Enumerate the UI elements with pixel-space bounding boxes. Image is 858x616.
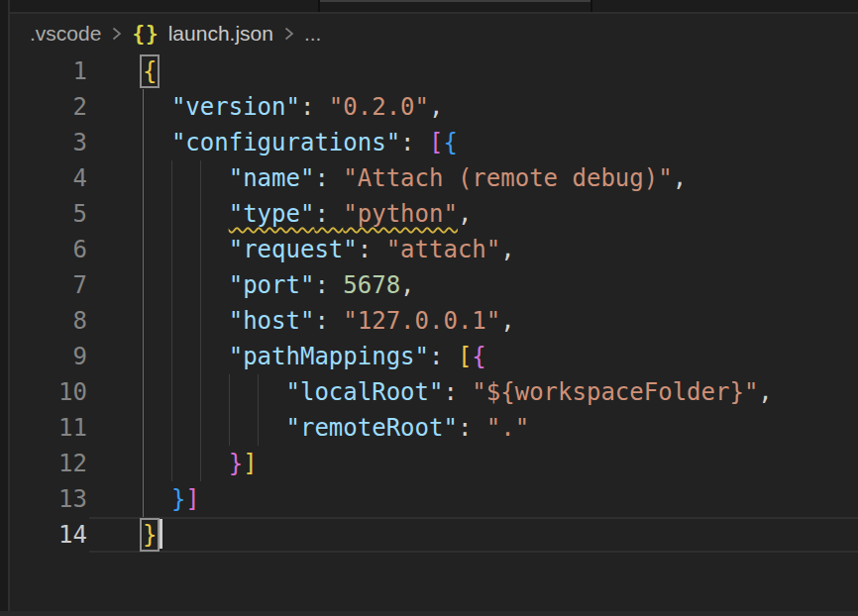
indent-guide [229,374,230,410]
code-line-1[interactable]: 1{ [10,53,858,89]
token-key: "host" [229,307,315,335]
line-content: }] [87,481,858,517]
token-punct: : [400,129,429,156]
indent-guide [143,232,144,267]
token-ind [143,307,229,335]
code-line-8[interactable]: 8 "host": "127.0.0.1", [10,303,858,339]
token-punct: : [443,378,472,406]
indent-guide [143,339,144,374]
line-content: "name": "Attach (remote debug)", [87,160,858,196]
indent-guide [200,339,201,374]
line-number[interactable]: 11 [10,410,87,446]
line-content: "host": "127.0.0.1", [87,303,858,339]
token-punct: , [400,271,414,299]
indent-guide [200,374,201,410]
indent-guide [200,267,201,303]
line-number[interactable]: 5 [10,196,87,232]
token-str: "Attach (remote debug)" [343,164,672,192]
line-number[interactable]: 3 [10,125,87,160]
token-ind [143,271,229,299]
json-braces-icon: {} [132,22,159,46]
line-number[interactable]: 1 [10,53,87,89]
code-line-13[interactable]: 13 }] [10,481,858,517]
editor-group: .vscode {} launch.json ... 1{2 "version"… [10,0,858,616]
token-ind [143,164,229,192]
token-b2: } [229,450,243,477]
token-str: "${workspaceFolder}" [472,378,758,406]
token-punct: : [314,164,343,192]
line-number[interactable]: 8 [10,303,87,339]
token-str: "127.0.0.1" [343,307,500,335]
code-line-10[interactable]: 10 "localRoot": "${workspaceFolder}", [10,374,858,410]
token-ind [143,93,171,121]
line-content: "remoteRoot": "." [87,410,858,446]
code-line-6[interactable]: 6 "request": "attach", [10,232,858,267]
matched-bracket: } [143,521,157,549]
line-number[interactable]: 4 [10,160,87,196]
token-punct: , [500,236,514,263]
indent-guide [143,374,144,410]
token-ind [143,236,229,263]
code-line-14[interactable]: 14} [10,517,858,553]
line-content: } [87,517,858,553]
chevron-right-icon [110,25,123,43]
line-number[interactable]: 6 [10,232,87,267]
code-line-11[interactable]: 11 "remoteRoot": "." [10,410,858,446]
tab-edge-left[interactable] [10,0,318,12]
token-ind [143,450,229,477]
token-ind [143,414,286,442]
token-key: "localRoot" [286,378,444,406]
code-line-12[interactable]: 12 }] [10,446,858,481]
token-punct: , [458,200,472,228]
line-number[interactable]: 9 [10,339,87,374]
line-number[interactable]: 14 [10,517,87,553]
code-line-5[interactable]: 5 "type": "python", [10,196,858,232]
token-punct: : [429,343,458,370]
breadcrumb: .vscode {} launch.json ... [10,14,858,53]
line-number[interactable]: 2 [10,89,87,125]
code-line-4[interactable]: 4 "name": "Attach (remote debug)", [10,160,858,196]
breadcrumb-file[interactable]: launch.json [168,22,273,46]
token-ind [143,485,171,513]
line-content: "request": "attach", [87,232,858,267]
token-str: "." [486,414,529,442]
token-key: "request" [229,236,358,263]
line-content: { [87,53,858,89]
token-punct: : [314,271,343,299]
breadcrumb-symbol-path[interactable]: ... [304,22,322,46]
indent-guide [143,481,144,517]
line-number[interactable]: 10 [10,374,87,410]
code-line-2[interactable]: 2 "version": "0.2.0", [10,89,858,125]
indent-guide [171,303,172,339]
indent-guide [143,125,144,160]
sidebar-editor-divider[interactable] [0,0,10,616]
line-number[interactable]: 13 [10,481,87,517]
indent-guide [171,232,172,267]
token-ind [143,200,229,228]
line-content: "port": 5678, [87,267,858,303]
line-content: "localRoot": "${workspaceFolder}", [87,374,858,410]
token-punct: , [500,307,514,335]
token-punct: , [429,93,443,121]
code-editor[interactable]: 1{2 "version": "0.2.0",3 "configurations… [10,53,858,553]
breadcrumb-folder[interactable]: .vscode [30,22,101,46]
token-punct: , [673,164,687,192]
line-number[interactable]: 12 [10,446,87,481]
indent-guide [143,410,144,446]
indent-guide [258,410,259,446]
tab-edge-right[interactable] [592,0,858,12]
code-line-9[interactable]: 9 "pathMappings": [{ [10,339,858,374]
code-line-7[interactable]: 7 "port": 5678, [10,267,858,303]
indent-guide [200,232,201,267]
code-line-3[interactable]: 3 "configurations": [{ [10,125,858,160]
vscode-window: .vscode {} launch.json ... 1{2 "version"… [0,0,858,616]
indent-guide [143,303,144,339]
indent-guide [143,89,144,125]
token-num: 5678 [343,271,400,299]
line-number[interactable]: 7 [10,267,87,303]
token-punct: : [300,93,329,121]
indent-guide [171,339,172,374]
token-punct: : [458,414,486,442]
token-key: "configurations" [171,129,400,156]
tab-edge-center[interactable] [320,0,590,12]
